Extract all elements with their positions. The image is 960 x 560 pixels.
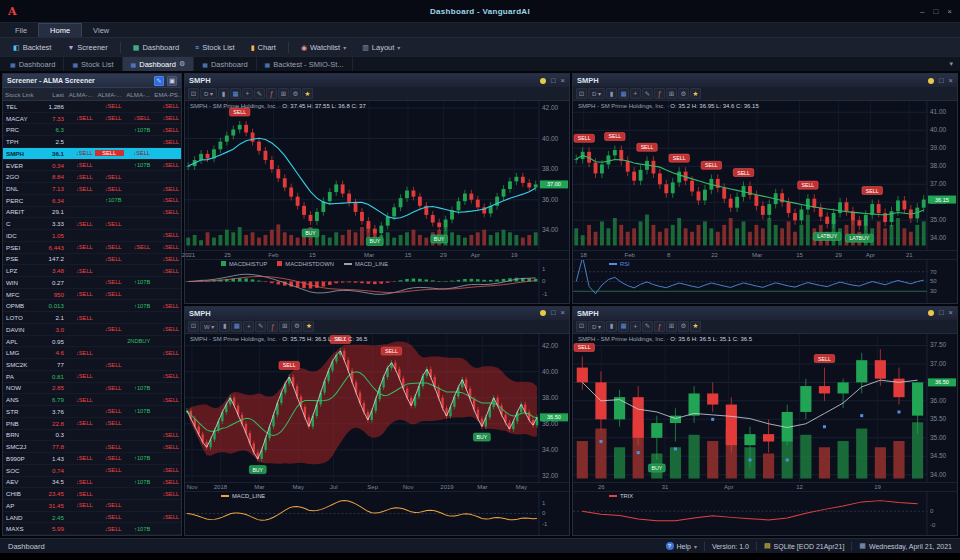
- menu-item-file[interactable]: File: [4, 23, 38, 37]
- compare-icon[interactable]: ⊞: [278, 88, 289, 99]
- close-button[interactable]: ×: [949, 309, 953, 317]
- stock-link[interactable]: EVER: [3, 162, 39, 169]
- stock-link[interactable]: MAXS: [3, 525, 39, 532]
- stock-link[interactable]: SMC2K: [3, 361, 39, 368]
- indicator-pane[interactable]: 10-1MACD_LINE: [185, 491, 569, 535]
- table-row-pnb[interactable]: PNB22.8↓SELL↓SELL: [3, 418, 181, 430]
- stock-link[interactable]: PA: [3, 373, 39, 380]
- indicators-icon[interactable]: ƒ: [267, 321, 278, 332]
- crosshair-icon[interactable]: +: [242, 88, 253, 99]
- minimize-button[interactable]: –: [920, 7, 924, 16]
- stock-link[interactable]: AREIT: [3, 208, 39, 215]
- toolbar-button-watchlist[interactable]: ◉Watchlist▾: [294, 40, 353, 55]
- tab-dashboard[interactable]: ▦Dashboard: [194, 57, 256, 71]
- stock-link[interactable]: TEL: [3, 103, 39, 110]
- stock-link[interactable]: PNB: [3, 420, 39, 427]
- stock-link[interactable]: 2GO: [3, 173, 39, 180]
- table-row-areit[interactable]: AREIT29.1↓SELL: [3, 207, 181, 219]
- stock-link[interactable]: DNL: [3, 185, 39, 192]
- status-help[interactable]: ?Help▾: [666, 542, 697, 550]
- link-group-dot[interactable]: [540, 310, 546, 316]
- table-row-smc2k[interactable]: SMC2K77↓SELL: [3, 359, 181, 371]
- table-row-aev[interactable]: AEV34.5↓SELL↑107B↓SELL: [3, 477, 181, 489]
- link-group-dot[interactable]: [540, 78, 546, 84]
- chart-type-icon[interactable]: ▮: [218, 88, 229, 99]
- stock-link[interactable]: LMG: [3, 349, 39, 356]
- table-row-dnl[interactable]: DNL7.13↓SELL↓SELL↓SELL: [3, 183, 181, 195]
- table-row-str[interactable]: STR3.76↓SELL↑107B: [3, 406, 181, 418]
- table-row-opmb[interactable]: OPMB0.013↑107B↓SELL: [3, 300, 181, 312]
- stock-link[interactable]: B990P: [3, 455, 39, 462]
- table-row-pse[interactable]: PSE147.2↓SELL↓SELL: [3, 254, 181, 266]
- interval-dropdown[interactable]: D ▾: [200, 88, 217, 99]
- grid-layout-icon[interactable]: ▦: [618, 88, 629, 99]
- maximize-button[interactable]: □: [551, 309, 556, 317]
- indicators-icon[interactable]: ƒ: [654, 88, 665, 99]
- interval-dropdown[interactable]: D ▾: [588, 321, 605, 332]
- chart-panel-header[interactable]: SMPH□×: [573, 307, 957, 320]
- settings-icon[interactable]: ⚙: [678, 321, 689, 332]
- table-row-apl[interactable]: APL0.952NDBUY: [3, 336, 181, 348]
- candlestick-chart[interactable]: 42.0040.0038.0036.0034.00SELLBUYBUYBUY37…: [185, 101, 569, 250]
- stock-link[interactable]: LAND: [3, 514, 39, 521]
- table-row-mfc[interactable]: MFC950↓SELL↓SELL: [3, 289, 181, 301]
- table-row-chib[interactable]: CHIB23.45↓SELL↓SELL: [3, 488, 181, 500]
- table-row-b990p[interactable]: B990P1.43↓SELL↓SELL↑107B: [3, 453, 181, 465]
- table-row-soc[interactable]: SOC0.74↓SELL↓SELL: [3, 465, 181, 477]
- chart-type-icon[interactable]: ▮: [606, 88, 617, 99]
- close-button[interactable]: ×: [949, 77, 953, 85]
- tab-dashboard[interactable]: ▦Dashboard⚙: [123, 57, 195, 71]
- indicator-pane[interactable]: 10-1MACDHISTUPMACDHISTDOWNMACD_LINE: [185, 259, 569, 303]
- column-header-4[interactable]: ALMA-...: [124, 91, 153, 98]
- table-row-2go[interactable]: 2GO8.84↓SELL↓SELL: [3, 171, 181, 183]
- indicators-icon[interactable]: ƒ: [266, 88, 277, 99]
- link-group-dot[interactable]: [928, 310, 934, 316]
- table-row-c[interactable]: C3.33↓SELL↓SELL: [3, 218, 181, 230]
- table-row-tph[interactable]: TPH2.5↓SELL: [3, 136, 181, 148]
- stock-link[interactable]: SOC: [3, 467, 39, 474]
- stock-link[interactable]: PERC: [3, 197, 39, 204]
- link-icon[interactable]: ⊡: [188, 321, 199, 332]
- gear-icon[interactable]: ⚙: [179, 60, 185, 68]
- table-row-loto[interactable]: LOTO2.1↓SELL: [3, 312, 181, 324]
- table-row-win[interactable]: WIN0.27↓SELL↑107B: [3, 277, 181, 289]
- candlestick-chart[interactable]: 37.5037.0036.5036.0035.5035.0034.5034.00…: [573, 334, 957, 483]
- close-button[interactable]: ×: [947, 7, 952, 16]
- toolbar-button-dashboard[interactable]: ▦Dashboard: [126, 40, 186, 55]
- table-row-brn[interactable]: BRN0.3↓SELL: [3, 430, 181, 442]
- table-row-lpz[interactable]: LPZ3.48↓SELL↓SELL: [3, 265, 181, 277]
- table-row-smph[interactable]: SMPH36.1↓SELLSELL↓SELL: [3, 148, 181, 160]
- maximize-button[interactable]: □: [939, 77, 944, 85]
- interval-dropdown[interactable]: D ▾: [588, 88, 605, 99]
- toolbar-button-screener[interactable]: ▼Screener: [60, 40, 114, 55]
- table-row-idc[interactable]: IDC1.05↓SELL: [3, 230, 181, 242]
- indicator-pane[interactable]: 705030RSI: [573, 259, 957, 303]
- indicators-icon[interactable]: ƒ: [654, 321, 665, 332]
- table-row-ans[interactable]: ANS6.79↓SELL↓SELL: [3, 394, 181, 406]
- price-chart-svg[interactable]: 42.0040.0038.0036.0034.0032.00BUYSELLSEL…: [185, 334, 569, 483]
- pin-icon[interactable]: ▣: [167, 76, 177, 86]
- table-row-land[interactable]: LAND2.45↓SELL↓SELL: [3, 512, 181, 524]
- stock-link[interactable]: PRC: [3, 126, 39, 133]
- settings-icon[interactable]: ⚙: [290, 88, 301, 99]
- table-row-tel[interactable]: TEL1,286↓SELL↓SELL: [3, 101, 181, 113]
- chart-panel-header[interactable]: SMPH□×: [185, 307, 569, 320]
- stock-link[interactable]: BRN: [3, 431, 39, 438]
- edit-icon[interactable]: ✎: [154, 76, 164, 86]
- drawings-icon[interactable]: ✎: [255, 321, 266, 332]
- compare-icon[interactable]: ⊞: [666, 88, 677, 99]
- stock-link[interactable]: AP: [3, 502, 39, 509]
- stock-link[interactable]: MACAY: [3, 115, 39, 122]
- indicator-pane[interactable]: 0-0TRIX: [573, 491, 957, 535]
- menu-item-view[interactable]: View: [82, 23, 120, 37]
- indicator-chart-svg[interactable]: 705030: [573, 260, 957, 303]
- drawings-icon[interactable]: ✎: [642, 88, 653, 99]
- link-icon[interactable]: ⊡: [576, 88, 587, 99]
- stock-link[interactable]: C: [3, 220, 39, 227]
- table-row-davin[interactable]: DAVIN3.0↓SELL↓SELL: [3, 324, 181, 336]
- table-row-now[interactable]: NOW2.85↓SELL↑107B: [3, 383, 181, 395]
- table-row-ap[interactable]: AP31.45↓SELL↓SELL: [3, 500, 181, 512]
- compare-icon[interactable]: ⊞: [666, 321, 677, 332]
- stock-link[interactable]: ANS: [3, 396, 39, 403]
- crosshair-icon[interactable]: +: [630, 321, 641, 332]
